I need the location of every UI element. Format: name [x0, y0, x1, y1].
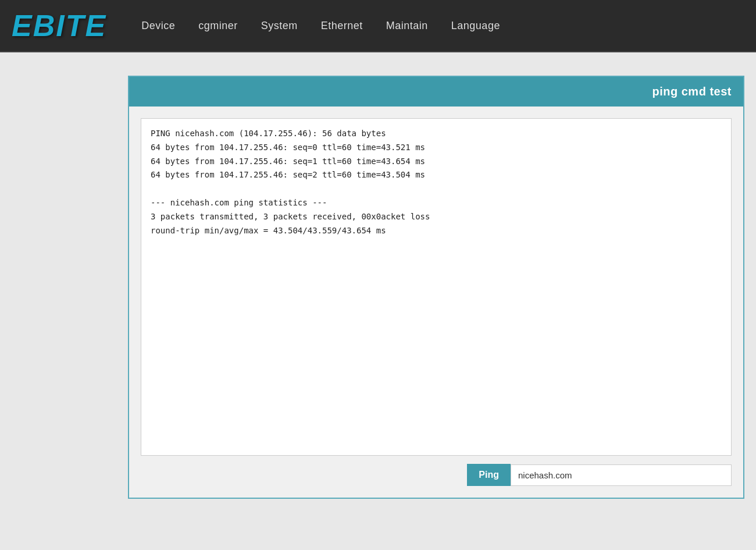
ping-button[interactable]: Ping [467, 464, 511, 486]
logo-area: EBITE [12, 8, 106, 43]
logo: EBITE [12, 8, 106, 43]
nav-item-maintain[interactable]: Maintain [386, 20, 428, 32]
navbar: EBITE Device cgminer System Ethernet Mai… [0, 0, 756, 52]
panel-body: PING nicehash.com (104.17.255.46): 56 da… [129, 107, 743, 498]
controls-row: Ping [141, 464, 732, 486]
nav-item-system[interactable]: System [261, 20, 298, 32]
nav-item-device[interactable]: Device [141, 20, 175, 32]
ping-output: PING nicehash.com (104.17.255.46): 56 da… [141, 118, 732, 456]
main-content: ping cmd test PING nicehash.com (104.17.… [0, 52, 756, 522]
nav-item-ethernet[interactable]: Ethernet [321, 20, 363, 32]
nav-item-cgminer[interactable]: cgminer [198, 20, 238, 32]
panel-title: ping cmd test [652, 85, 732, 98]
nav-items: Device cgminer System Ethernet Maintain … [141, 20, 744, 32]
ping-input[interactable] [511, 464, 732, 486]
nav-item-language[interactable]: Language [451, 20, 500, 32]
panel-header: ping cmd test [129, 77, 743, 107]
panel: ping cmd test PING nicehash.com (104.17.… [128, 76, 744, 499]
